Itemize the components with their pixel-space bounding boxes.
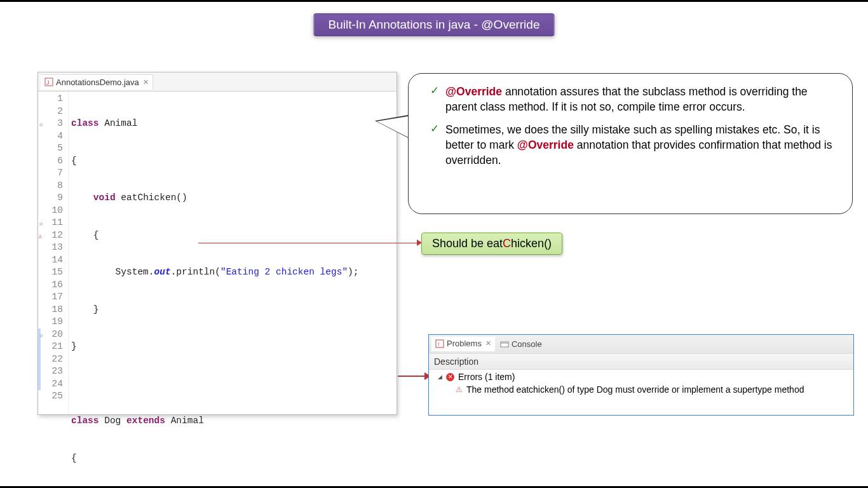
errors-group[interactable]: ◢ ✕ Errors (1 item): [429, 370, 853, 383]
problems-icon: !: [435, 339, 444, 348]
line-gutter: 1 2 ⊖3 4 5 6 7 8 9 10 ⊖11 ⚠12 13 14 15 1…: [38, 92, 69, 414]
arrow-to-problems: [398, 376, 427, 377]
hint-box: Should be eatChicken(): [421, 233, 562, 255]
console-icon: [500, 340, 509, 349]
close-icon[interactable]: ✕: [143, 78, 149, 86]
editor-tabbar: J AnnotationsDemo.java ✕: [38, 72, 397, 92]
svg-rect-4: [501, 342, 508, 347]
check-icon: ✓: [430, 122, 439, 168]
code-editor: J AnnotationsDemo.java ✕ 1 2 ⊖3 4 5 6 7 …: [37, 72, 397, 415]
svg-rect-2: [436, 340, 444, 348]
problems-panel: ! Problems ✕ Console Description ◢ ✕ Err…: [428, 334, 854, 416]
title-text: Built-In Annotations in java - @Override: [329, 18, 540, 31]
tab-problems[interactable]: ! Problems ✕: [431, 337, 495, 351]
editor-tab-label: AnnotationsDemo.java: [56, 78, 139, 87]
svg-text:!: !: [438, 341, 440, 348]
collapse-triangle-icon[interactable]: ◢: [438, 374, 442, 380]
error-marker-icon: ⚠: [33, 231, 42, 240]
explanation-line-1: @Override annotation assures that the su…: [445, 84, 837, 114]
explanation-bubble: ✓ @Override annotation assures that the …: [408, 73, 853, 214]
tab-console[interactable]: Console: [496, 337, 546, 351]
check-icon: ✓: [430, 84, 439, 114]
error-item[interactable]: ⚠ The method eatchicken() of type Dog mu…: [429, 383, 853, 396]
close-icon[interactable]: ✕: [485, 339, 491, 348]
editor-tab[interactable]: J AnnotationsDemo.java ✕: [41, 74, 153, 90]
error-warning-icon: ⚠: [456, 385, 463, 394]
arrow-to-hint: [198, 243, 421, 243]
code-body[interactable]: 1 2 ⊖3 4 5 6 7 8 9 10 ⊖11 ⚠12 13 14 15 1…: [38, 92, 397, 414]
problems-tabbar: ! Problems ✕ Console: [429, 335, 853, 354]
error-icon: ✕: [446, 373, 454, 381]
java-file-icon: J: [44, 78, 53, 86]
problems-column-header[interactable]: Description: [429, 354, 853, 370]
svg-text:J: J: [46, 79, 50, 86]
code-content[interactable]: class Animal { void eatChicken() { Syste…: [69, 92, 397, 414]
explanation-line-2: Sometimes, we does the silly mistake suc…: [445, 122, 837, 168]
title-banner: Built-In Annotations in java - @Override: [314, 13, 555, 36]
